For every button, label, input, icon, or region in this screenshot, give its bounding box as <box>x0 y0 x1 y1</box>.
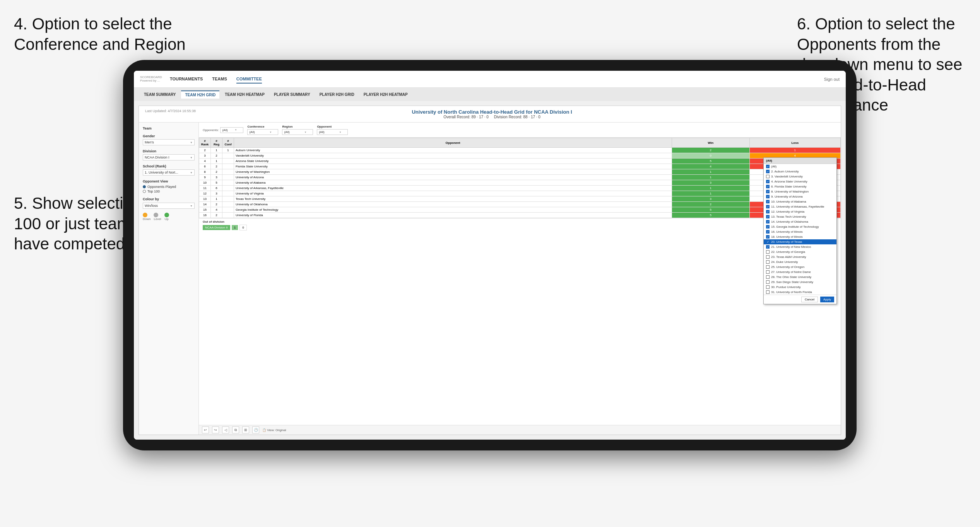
item-label: 16. University of Illinois <box>771 230 803 234</box>
cell-reg: 5 <box>211 180 222 186</box>
cell-reg: 3 <box>211 175 222 180</box>
dropdown-item[interactable]: 12. University of Virginia <box>764 209 836 214</box>
school-select[interactable]: 1. University of Nort... <box>143 169 195 176</box>
paste-btn[interactable]: ⊞ <box>242 426 249 433</box>
radio-top100[interactable]: Top 100 <box>143 189 195 193</box>
dropdown-item[interactable]: 11. University of Arkansas, Fayetteville <box>764 204 836 209</box>
dropdown-item[interactable]: 22. University of Georgia <box>764 249 836 254</box>
checkbox <box>766 265 770 269</box>
legend-up: Up <box>164 213 169 221</box>
dropdown-item[interactable]: 24. Duke University <box>764 259 836 264</box>
cell-reg: 6 <box>211 186 222 191</box>
sign-out-link[interactable]: Sign out <box>824 77 840 82</box>
cell-reg: 3 <box>211 191 222 196</box>
checkbox <box>766 235 770 239</box>
division-select[interactable]: NCAA Division I <box>143 154 195 160</box>
opponent-select[interactable]: (All) <box>317 129 348 135</box>
dropdown-item[interactable]: 3. Vanderbilt University <box>764 174 836 179</box>
table-row: 8 2 University of Washington 1 0 <box>199 169 841 175</box>
cell-conf <box>222 213 234 218</box>
cancel-button[interactable]: Cancel <box>801 297 818 302</box>
dropdown-item[interactable]: 28. The Ohio State University <box>764 275 836 280</box>
dropdown-item[interactable]: 21. University of New Mexico <box>764 244 836 249</box>
checkbox <box>766 275 770 279</box>
dropdown-item[interactable]: 9. University of Arizona <box>764 194 836 199</box>
opponents-text: Opponents: <box>203 128 219 132</box>
radio-label-2: Top 100 <box>147 189 160 193</box>
undo-btn[interactable]: ↩ <box>202 426 209 433</box>
opponents-select[interactable]: (All) <box>220 127 243 133</box>
nav-tournaments[interactable]: TOURNAMENTS <box>170 75 203 84</box>
dropdown-item[interactable]: 10. University of Alabama <box>764 199 836 204</box>
dropdown-item[interactable]: 18. University of Illinois <box>764 234 836 239</box>
tab-h2h-heatmap[interactable]: TEAM H2H HEATMAP <box>221 91 269 98</box>
region-select[interactable]: (All) <box>282 129 313 135</box>
colour-select[interactable]: Win/loss <box>143 203 195 209</box>
col-opponent: Opponent <box>234 138 672 148</box>
radio-opponents-played[interactable]: Opponents Played <box>143 185 195 189</box>
dropdown-item[interactable]: (All) <box>764 164 836 169</box>
dropdown-item[interactable]: 2. Auburn University <box>764 169 836 174</box>
nav-committee[interactable]: COMMITTEE <box>236 75 262 84</box>
back-btn[interactable]: ◁ <box>222 426 229 433</box>
col-rank: #Rank <box>199 138 211 148</box>
copy-btn[interactable]: ⧉ <box>232 426 239 433</box>
last-updated: Last Updated: 4/7/2024 16:55:38 <box>145 109 196 113</box>
top-nav-links: TOURNAMENTS TEAMS COMMITTEE <box>170 75 824 84</box>
nav-teams[interactable]: TEAMS <box>212 75 227 84</box>
tab-player-summary[interactable]: PLAYER SUMMARY <box>270 91 314 98</box>
dropdown-item[interactable]: 23. Texas A&M University <box>764 254 836 259</box>
region-filter: Region (All) <box>282 125 313 135</box>
dropdown-item[interactable]: 4. Arizona State University <box>764 179 836 184</box>
opponent-value: (All) <box>319 130 324 134</box>
checkbox <box>766 210 770 213</box>
apply-button[interactable]: Apply <box>820 297 834 302</box>
dropdown-item[interactable]: 16. University of Illinois <box>764 229 836 234</box>
cell-conf <box>222 196 234 202</box>
item-label: 10. University of Alabama <box>771 200 806 203</box>
tab-player-h2h-heatmap[interactable]: PLAYER H2H HEATMAP <box>360 91 412 98</box>
cell-reg: 1 <box>211 196 222 202</box>
clock-btn[interactable]: 🕐 <box>252 426 259 433</box>
table-row: 16 2 University of Florida 5 1 <box>199 213 841 218</box>
cell-rank: 4 <box>199 159 211 164</box>
dropdown-item[interactable]: 30. Purdue University <box>764 285 836 290</box>
item-label: 27. University of Notre Dame <box>771 270 811 274</box>
cell-rank: 14 <box>199 202 211 207</box>
gender-select[interactable]: Men's <box>143 139 195 145</box>
school-label: School (Rank) <box>143 164 195 168</box>
redo-btn[interactable]: ↪ <box>212 426 219 433</box>
conference-select[interactable]: (All) <box>247 129 278 135</box>
item-label: 22. University of Georgia <box>771 250 805 254</box>
cell-name: Auburn University <box>234 148 672 153</box>
cell-rank: 3 <box>199 153 211 159</box>
dropdown-item[interactable]: 6. Florida State University <box>764 184 836 189</box>
checkbox <box>766 245 770 249</box>
table-row: 6 2 Florida State University 4 2 <box>199 164 841 169</box>
card-title: University of North Carolina Head-to-Hea… <box>196 109 788 115</box>
dropdown-item[interactable]: 14. University of Oklahoma <box>764 219 836 224</box>
out-div-win: 1 <box>232 225 238 230</box>
dropdown-item[interactable]: 25. University of Oregon <box>764 264 836 269</box>
dropdown-item[interactable]: 20. University of Texas <box>764 239 836 244</box>
dropdown-item[interactable]: 31. University of North Florida <box>764 290 836 295</box>
sidebar-gender-section: Gender Men's <box>143 134 195 145</box>
checkbox <box>766 260 770 264</box>
dropdown-item[interactable]: 29. San Diego State University <box>764 280 836 285</box>
dropdown-item[interactable]: 8. University of Washington <box>764 189 836 194</box>
tab-player-h2h-grid[interactable]: PLAYER H2H GRID <box>316 91 358 98</box>
tab-team-summary[interactable]: TEAM SUMMARY <box>140 91 180 98</box>
opponent-dropdown[interactable]: (All) (All)2. Auburn University3. Vander… <box>763 157 837 304</box>
cell-reg: 2 <box>211 153 222 159</box>
tab-h2h-grid[interactable]: TEAM H2H GRID <box>181 90 219 99</box>
cell-win: 5 <box>672 213 749 218</box>
dropdown-item[interactable]: 13. Texas Tech University <box>764 214 836 219</box>
dropdown-item[interactable]: 27. University of Notre Dame <box>764 269 836 275</box>
checkbox <box>766 170 770 173</box>
cell-conf <box>222 202 234 207</box>
cell-rank: 10 <box>199 180 211 186</box>
item-label: 24. Duke University <box>771 260 798 264</box>
cell-conf: 1 <box>222 148 234 153</box>
top-nav: SCOREBOARD Powered by ... TOURNAMENTS TE… <box>134 71 846 88</box>
dropdown-item[interactable]: 15. Georgia Institute of Technology <box>764 224 836 229</box>
